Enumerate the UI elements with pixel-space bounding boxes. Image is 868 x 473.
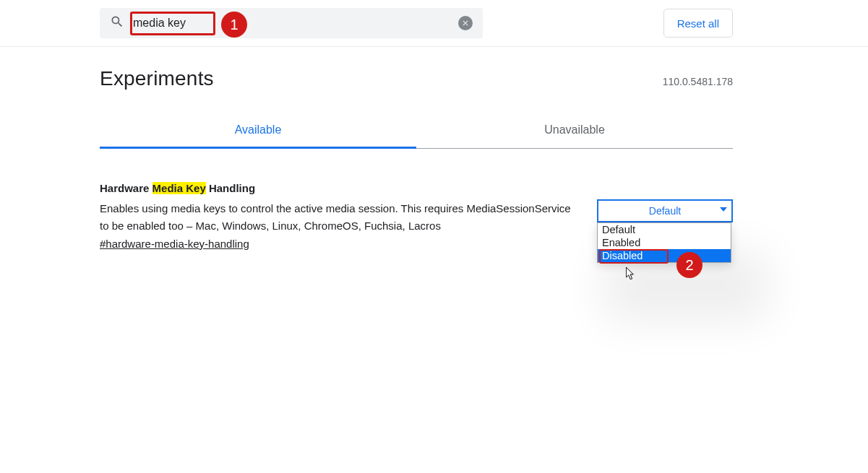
- option-enabled[interactable]: Enabled: [598, 236, 731, 249]
- flag-hash-link[interactable]: #hardware-media-key-handling: [100, 238, 577, 250]
- option-disabled[interactable]: Disabled: [598, 249, 731, 262]
- page-title: Experiments: [100, 67, 214, 90]
- flag-title-pre: Hardware: [100, 182, 152, 194]
- search-box[interactable]: [100, 8, 483, 38]
- cursor-icon: [626, 267, 636, 282]
- flag-select[interactable]: Default: [597, 199, 733, 222]
- flag-row: Hardware Media Key Handling Enables usin…: [100, 182, 733, 250]
- option-default[interactable]: Default: [598, 223, 731, 236]
- search-icon: [110, 14, 124, 32]
- tab-available[interactable]: Available: [100, 113, 416, 149]
- search-input[interactable]: [133, 17, 458, 30]
- tabs: Available Unavailable: [100, 113, 733, 149]
- flag-title-highlight: Media Key: [152, 182, 206, 194]
- flag-select-dropdown: Default Enabled Disabled: [597, 222, 731, 263]
- reset-all-button[interactable]: Reset all: [663, 9, 733, 38]
- flag-title: Hardware Media Key Handling: [100, 182, 577, 194]
- chevron-down-icon: [720, 207, 727, 212]
- flag-select-value: Default: [649, 205, 681, 217]
- tab-unavailable[interactable]: Unavailable: [416, 113, 733, 149]
- flag-title-post: Handling: [206, 182, 255, 194]
- flag-description: Enables using media keys to control the …: [100, 200, 577, 235]
- clear-icon[interactable]: [458, 16, 473, 30]
- version-text: 110.0.5481.178: [663, 76, 733, 87]
- option-disabled-label: Disabled: [602, 250, 643, 261]
